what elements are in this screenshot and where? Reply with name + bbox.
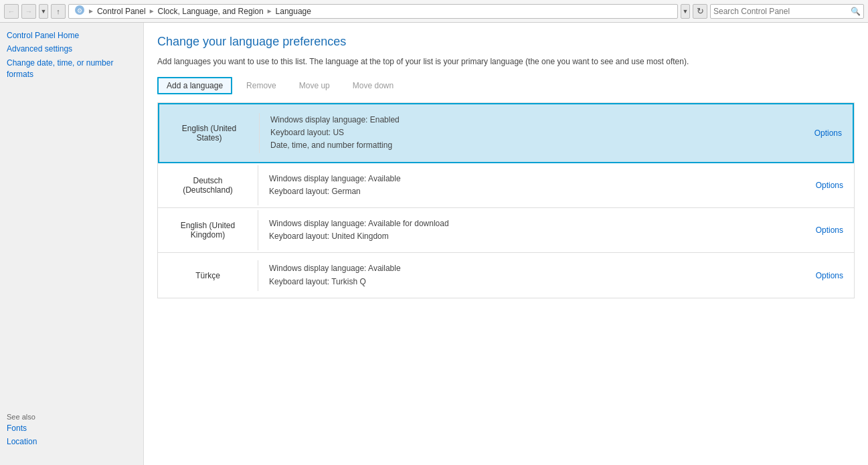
sidebar-item-location[interactable]: Location (7, 437, 137, 446)
search-box[interactable]: 🔍 (710, 4, 864, 19)
breadcrumb[interactable]: ⚙ ► Control Panel ► Clock, Language, and… (68, 4, 678, 19)
add-language-button[interactable]: Add a language (157, 77, 232, 94)
language-toolbar: Add a language Remove Move up Move down (157, 77, 855, 94)
language-name: Deutsch (Deutschland) (158, 165, 258, 205)
address-dropdown-button[interactable]: ▼ (681, 4, 690, 19)
forward-button[interactable]: → (21, 4, 36, 19)
address-bar: ← → ▼ ↑ ⚙ ► Control Panel ► Clock, Langu… (0, 0, 868, 23)
see-also-label: See also (7, 413, 137, 421)
table-row[interactable]: English (United States)Windows display l… (158, 103, 854, 163)
sidebar-item-date-formats[interactable]: Change date, time, or number formats (7, 58, 137, 80)
refresh-button[interactable]: ↻ (693, 4, 707, 19)
back-button[interactable]: ← (4, 4, 19, 19)
language-name: Türkçe (158, 260, 258, 291)
svg-text:⚙: ⚙ (77, 7, 82, 14)
content-area: Change your language preferences Add lan… (144, 23, 868, 465)
sidebar-item-advanced-settings[interactable]: Advanced settings (7, 44, 137, 54)
sidebar-item-fonts[interactable]: Fonts (7, 424, 137, 433)
sidebar: Control Panel Home Advanced settings Cha… (0, 23, 144, 465)
language-options-link[interactable]: Options (805, 262, 854, 290)
breadcrumb-language[interactable]: Language (276, 7, 311, 16)
breadcrumb-sep-2: ► (149, 7, 155, 15)
search-input[interactable] (713, 7, 848, 16)
language-name: English (United Kingdom) (158, 210, 258, 250)
language-options-link[interactable]: Options (805, 171, 854, 199)
up-button[interactable]: ↑ (51, 4, 66, 19)
remove-button[interactable]: Remove (238, 78, 285, 94)
page-description: Add languages you want to use to this li… (157, 56, 855, 68)
table-row[interactable]: TürkçeWindows display language: Availabl… (158, 253, 854, 297)
move-up-button[interactable]: Move up (290, 78, 339, 94)
recent-locations-button[interactable]: ▼ (39, 4, 48, 19)
sidebar-bottom: See also Fonts Location (7, 413, 137, 457)
main-container: Control Panel Home Advanced settings Cha… (0, 23, 868, 465)
language-list: English (United States)Windows display l… (157, 102, 855, 298)
language-options-link[interactable]: Options (805, 216, 854, 244)
sidebar-item-control-panel-home[interactable]: Control Panel Home (7, 31, 137, 40)
table-row[interactable]: English (United Kingdom)Windows display … (158, 208, 854, 253)
sidebar-top: Control Panel Home Advanced settings Cha… (7, 31, 137, 84)
breadcrumb-clock-region[interactable]: Clock, Language, and Region (158, 7, 264, 16)
table-row[interactable]: Deutsch (Deutschland)Windows display lan… (158, 163, 854, 208)
breadcrumb-sep-1: ► (88, 7, 94, 15)
language-info: Windows display language: Available Keyb… (258, 163, 805, 207)
search-icon[interactable]: 🔍 (851, 7, 861, 16)
language-info: Windows display language: Available for … (258, 208, 805, 252)
breadcrumb-sep-3: ► (266, 7, 273, 15)
language-info: Windows display language: Available Keyb… (258, 253, 805, 297)
language-info: Windows display language: Enabled Keyboa… (260, 104, 804, 162)
breadcrumb-home-icon: ⚙ (74, 5, 85, 17)
page-title: Change your language preferences (157, 35, 855, 49)
language-name: English (United States) (159, 113, 260, 153)
breadcrumb-control-panel[interactable]: Control Panel (97, 7, 146, 16)
language-options-link[interactable]: Options (804, 119, 853, 147)
move-down-button[interactable]: Move down (344, 78, 402, 94)
